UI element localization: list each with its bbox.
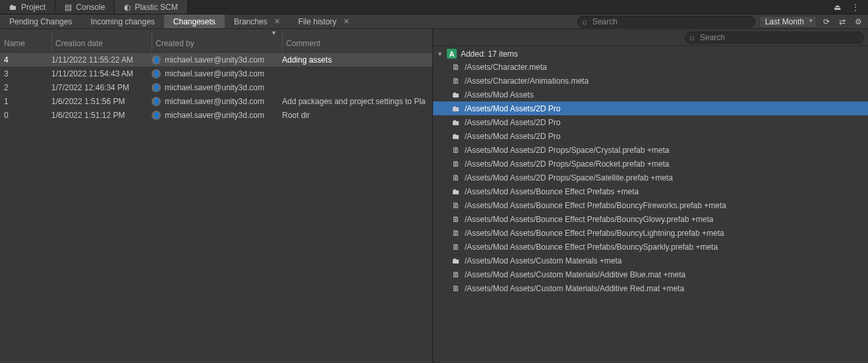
file-tree-item[interactable]: 🗎/Assets/Mod Assets/Bounce Effect Prefab… xyxy=(433,212,868,226)
file-path: /Assets/Character/Animations.meta xyxy=(465,76,589,86)
file-icon: 🗎 xyxy=(451,63,461,72)
tab-plastic-scm[interactable]: ◐ Plastic SCM xyxy=(115,0,187,14)
cell-date: 1/11/2022 11:55:22 AM xyxy=(51,55,152,65)
tab-label: Project xyxy=(21,3,45,12)
folder-icon: 🖿 xyxy=(451,118,461,127)
file-tree-item[interactable]: 🖿/Assets/Mod Assets/Bounce Effect Prefab… xyxy=(433,184,868,198)
tab-branches[interactable]: Branches✕ xyxy=(225,14,289,28)
avatar-icon: 👤 xyxy=(152,83,161,92)
tab-label: File history xyxy=(299,17,337,26)
file-tree-item[interactable]: 🗎/Assets/Mod Assets/2D Props/Space/Cryst… xyxy=(433,143,868,157)
cell-id: 3 xyxy=(0,69,51,78)
tab-label: Plastic SCM xyxy=(134,3,177,12)
file-tree-item[interactable]: 🖿/Assets/Mod Assets/Custom Materials +me… xyxy=(433,254,868,267)
file-icon: 🗎 xyxy=(451,229,461,238)
header-created-by[interactable]: Created by▼ xyxy=(152,39,282,48)
file-tree-item[interactable]: 🖿/Assets/Mod Assets/2D Pro xyxy=(433,115,868,129)
file-path: /Assets/Mod Assets/2D Pro xyxy=(465,104,560,113)
tab-file-history[interactable]: File history✕ xyxy=(289,14,359,28)
file-icon: 🗎 xyxy=(451,173,461,182)
file-tree-item[interactable]: 🗎/Assets/Character/Animations.meta xyxy=(433,74,868,88)
file-path: /Assets/Mod Assets/Custom Materials/Addi… xyxy=(465,270,685,279)
folder-icon: 🖿 xyxy=(451,132,461,141)
tab-label: Incoming changes xyxy=(90,17,154,26)
changeset-row[interactable]: 21/7/2022 12:46:34 PM👤michael.saver@unit… xyxy=(0,80,432,94)
cell-user: 👤michael.saver@unity3d.com xyxy=(152,111,282,120)
file-path: /Assets/Mod Assets/2D Props/Space/Rocket… xyxy=(465,159,669,169)
tab-incoming-changes[interactable]: Incoming changes xyxy=(81,14,163,28)
compare-icon[interactable]: ⇄ xyxy=(836,17,848,26)
file-path: /Assets/Mod Assets/Bounce Effect Prefabs… xyxy=(465,229,724,238)
group-label: Added: 17 items xyxy=(461,49,518,59)
file-tree-item[interactable]: 🗎/Assets/Mod Assets/2D Props/Space/Satel… xyxy=(433,171,868,184)
changesets-pane: Name Creation date Created by▼ Comment 4… xyxy=(0,29,433,363)
console-icon: ▤ xyxy=(65,3,72,12)
cell-id: 1 xyxy=(0,97,51,106)
avatar-icon: 👤 xyxy=(152,97,161,106)
header-creation-date[interactable]: Creation date xyxy=(51,39,152,48)
file-tree-item[interactable]: 🗎/Assets/Character.meta xyxy=(433,60,868,74)
file-tree-item[interactable]: 🖿/Assets/Mod Assets xyxy=(433,88,868,101)
file-icon: 🗎 xyxy=(451,76,461,86)
file-tree-item[interactable]: 🗎/Assets/Mod Assets/Custom Materials/Add… xyxy=(433,281,868,295)
file-path: /Assets/Mod Assets/Bounce Effect Prefabs… xyxy=(465,187,639,196)
period-dropdown[interactable]: Last Month xyxy=(759,16,817,28)
cell-date: 1/6/2022 1:51:12 PM xyxy=(51,111,152,120)
tab-changesets[interactable]: Changesets xyxy=(164,14,225,28)
file-tree-item[interactable]: 🗎/Assets/Mod Assets/Custom Materials/Add… xyxy=(433,267,868,281)
file-icon: 🗎 xyxy=(451,159,461,169)
cell-user: 👤michael.saver@unity3d.com xyxy=(152,55,282,65)
file-path: /Assets/Mod Assets/2D Pro xyxy=(465,118,560,127)
changeset-row[interactable]: 11/6/2022 1:51:56 PM👤michael.saver@unity… xyxy=(0,94,432,108)
changeset-row[interactable]: 31/11/2022 11:54:43 AM👤michael.saver@uni… xyxy=(0,67,432,80)
added-group[interactable]: ▼ A Added: 17 items xyxy=(433,47,868,60)
file-path: /Assets/Mod Assets/Bounce Effect Prefabs… xyxy=(465,201,726,210)
file-tree-item[interactable]: 🗎/Assets/Mod Assets/Bounce Effect Prefab… xyxy=(433,240,868,254)
file-tree-item[interactable]: 🗎/Assets/Mod Assets/Bounce Effect Prefab… xyxy=(433,198,868,212)
close-icon[interactable]: ✕ xyxy=(274,17,280,26)
avatar-icon: 👤 xyxy=(152,111,161,120)
changeset-row[interactable]: 01/6/2022 1:51:12 PM👤michael.saver@unity… xyxy=(0,108,432,122)
header-comment[interactable]: Comment xyxy=(282,39,432,48)
tab-project[interactable]: 🖿 Project xyxy=(0,0,55,14)
cell-date: 1/11/2022 11:54:43 AM xyxy=(51,69,152,78)
added-badge-icon: A xyxy=(447,49,457,59)
cell-comment: Adding assets xyxy=(282,55,432,65)
folder-icon: 🖿 xyxy=(451,256,461,265)
folder-icon: 🖿 xyxy=(451,104,461,113)
file-icon: 🗎 xyxy=(451,284,461,293)
tab-label: Pending Changes xyxy=(9,17,72,26)
file-tree-item[interactable]: 🖿/Assets/Mod Assets/2D Pro xyxy=(433,101,868,115)
file-tree-item[interactable]: 🖿/Assets/Mod Assets/2D Pro xyxy=(433,129,868,143)
cell-date: 1/6/2022 1:51:56 PM xyxy=(51,97,152,106)
folder-icon: 🖿 xyxy=(9,3,17,12)
refresh-icon[interactable]: ⟳ xyxy=(821,17,832,26)
avatar-icon: 👤 xyxy=(152,55,161,65)
file-path: /Assets/Mod Assets/Custom Materials/Addi… xyxy=(465,284,684,293)
cell-id: 0 xyxy=(0,111,51,120)
cell-user: 👤michael.saver@unity3d.com xyxy=(152,69,282,78)
file-icon: 🗎 xyxy=(451,215,461,224)
search-input[interactable]: Search xyxy=(577,16,755,28)
tab-console[interactable]: ▤ Console xyxy=(55,0,115,14)
file-tree-item[interactable]: 🗎/Assets/Mod Assets/2D Props/Space/Rocke… xyxy=(433,157,868,171)
gear-icon[interactable]: ⚙ xyxy=(852,17,864,26)
plastic-icon: ◐ xyxy=(124,3,130,12)
menu-icon[interactable]: ⋮ xyxy=(850,3,861,12)
files-search-input[interactable]: Search xyxy=(685,32,864,43)
close-icon[interactable]: ✕ xyxy=(343,17,349,26)
folder-icon: 🖿 xyxy=(451,187,461,196)
file-tree-item[interactable]: 🗎/Assets/Mod Assets/Bounce Effect Prefab… xyxy=(433,226,868,240)
cell-comment: Add packages and project settings to Pla xyxy=(282,97,432,106)
lock-icon[interactable]: ⏏ xyxy=(831,3,843,12)
folder-icon: 🖿 xyxy=(451,90,461,99)
changeset-row[interactable]: 41/11/2022 11:55:22 AM👤michael.saver@uni… xyxy=(0,53,432,67)
file-path: /Assets/Mod Assets/Bounce Effect Prefabs… xyxy=(465,215,713,224)
sort-desc-icon: ▼ xyxy=(271,30,277,36)
avatar-icon: 👤 xyxy=(152,69,161,78)
file-path: /Assets/Character.meta xyxy=(465,63,547,72)
header-name[interactable]: Name xyxy=(0,39,51,48)
file-path: /Assets/Mod Assets/Custom Materials +met… xyxy=(465,256,622,265)
column-headers: Name Creation date Created by▼ Comment xyxy=(0,29,432,53)
tab-pending-changes[interactable]: Pending Changes xyxy=(0,14,81,28)
